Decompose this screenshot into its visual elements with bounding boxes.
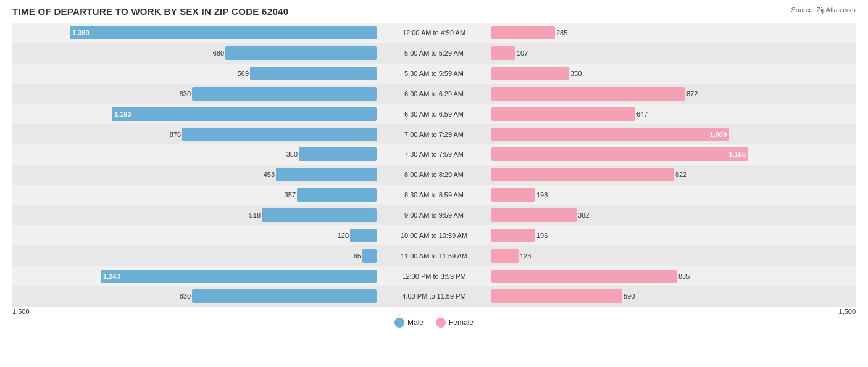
bar-female: 647 [491,107,635,121]
table-row: 8304:00 PM to 11:59 PM590 [12,286,856,307]
chart-container: TIME OF DEPARTURE TO WORK BY SEX IN ZIP … [0,0,868,367]
bar-female: 123 [491,249,519,263]
bar-female-value: 196 [536,232,548,239]
bar-male: 357 [297,188,377,202]
bar-male: 1,380 [70,26,377,39]
bar-female: 590 [491,289,622,303]
bar-male: 1,193 [112,107,377,121]
bar-female-value: 822 [675,171,686,178]
bar-male: 350 [299,147,377,161]
table-row: 3507:30 AM to 7:59 AM1,155 [12,144,856,165]
bar-female-value: 1,069 [709,131,727,138]
bar-male: 453 [276,168,377,181]
axis-right-label: 1,500 [838,308,856,315]
bar-female: 1,069 [491,128,729,141]
chart-body: 1,38012:00 AM to 4:59 AM2856805:00 AM to… [12,23,856,325]
time-label: 8:30 AM to 8:59 AM [377,191,491,199]
bar-male-value: 357 [285,191,296,199]
axis-left-label: 1,500 [12,308,30,315]
time-label: 12:00 AM to 4:59 AM [377,29,491,36]
time-label: 12:00 PM to 3:59 PM [377,273,491,280]
bar-male-value: 1,243 [103,273,120,280]
bar-female-value: 872 [686,90,698,97]
table-row: 3578:30 AM to 8:59 AM198 [12,185,856,205]
time-label: 5:00 AM to 5:29 AM [377,49,491,57]
time-label: 9:00 AM to 9:59 AM [377,212,491,219]
source-label: Source: ZipAtlas.com [791,6,856,14]
bar-male-value: 1,193 [114,110,131,118]
time-label: 7:30 AM to 7:59 AM [377,151,491,158]
bar-female-value: 123 [520,252,531,260]
bar-female-value: 285 [556,29,567,36]
bar-female-value: 647 [636,110,648,118]
time-label: 4:00 PM to 11:59 PM [377,292,491,300]
bar-female: 285 [491,26,555,39]
bar-female: 107 [491,46,515,60]
bar-male-value: 65 [354,252,361,260]
legend-female: Female [436,318,474,328]
bar-female-value: 835 [678,273,690,280]
bar-female-value: 198 [536,191,548,199]
time-label: 7:00 AM to 7:29 AM [377,131,491,138]
bar-male-value: 876 [170,131,181,138]
bar-male: 876 [182,128,377,141]
bar-female-value: 382 [578,212,589,219]
time-label: 6:30 AM to 6:59 AM [377,110,491,118]
bar-female-value: 1,155 [728,151,746,158]
bar-male: 569 [250,67,377,80]
legend-male-box [394,318,404,328]
table-row: 5695:30 AM to 5:59 AM350 [12,64,856,84]
time-label: 5:30 AM to 5:59 AM [377,70,491,77]
table-row: 6511:00 AM to 11:59 AM123 [12,245,856,266]
bar-male: 65 [362,249,377,263]
legend-female-box [436,318,446,328]
bar-female: 198 [491,188,535,202]
table-row: 1,38012:00 AM to 4:59 AM285 [12,23,856,43]
table-row: 8306:00 AM to 6:29 AM872 [12,84,856,104]
legend-female-label: Female [449,318,474,327]
bar-male-value: 830 [180,292,191,300]
bar-male: 120 [350,229,377,242]
bar-male: 680 [225,46,377,60]
bar-female: 196 [491,229,535,242]
time-label: 6:00 AM to 6:29 AM [377,90,491,97]
bar-female: 382 [491,208,577,222]
time-label: 10:00 AM to 10:59 AM [377,232,491,239]
bar-male: 830 [192,87,377,101]
bottom-axis: 1,500 1,500 [12,308,856,315]
bar-female: 822 [491,168,674,181]
table-row: 8767:00 AM to 7:29 AM1,069 [12,124,856,144]
legend-male: Male [394,318,424,328]
bar-female: 872 [491,87,685,101]
bar-male-value: 680 [213,49,224,57]
bar-male-value: 120 [338,232,349,239]
legend: Male Female [12,318,856,328]
bar-male: 830 [192,289,377,303]
table-row: 6805:00 AM to 5:29 AM107 [12,43,856,64]
bar-male: 518 [262,208,377,222]
bar-male-value: 518 [249,212,261,219]
bar-male-value: 830 [180,90,191,97]
rows-container: 1,38012:00 AM to 4:59 AM2856805:00 AM to… [12,23,856,307]
bar-female-value: 350 [570,70,582,77]
bar-female: 835 [491,270,677,283]
time-label: 11:00 AM to 11:59 AM [377,252,491,260]
time-label: 8:00 AM to 8:29 AM [377,171,491,178]
table-row: 1,1936:30 AM to 6:59 AM647 [12,104,856,124]
bar-male-value: 569 [238,70,249,77]
bar-female-value: 107 [517,49,528,57]
table-row: 12010:00 AM to 10:59 AM196 [12,225,856,245]
bar-male: 1,243 [101,270,377,283]
table-row: 5189:00 AM to 9:59 AM382 [12,205,856,226]
bar-male-value: 1,380 [72,29,90,36]
chart-title: TIME OF DEPARTURE TO WORK BY SEX IN ZIP … [12,6,288,17]
bar-female: 350 [491,67,569,80]
table-row: 4538:00 AM to 8:29 AM822 [12,165,856,185]
bar-male-value: 453 [264,171,275,178]
bar-female: 1,155 [491,147,748,161]
legend-male-label: Male [407,318,424,327]
bar-male-value: 350 [286,151,298,158]
table-row: 1,24312:00 PM to 3:59 PM835 [12,266,856,286]
bar-female-value: 590 [624,292,635,300]
